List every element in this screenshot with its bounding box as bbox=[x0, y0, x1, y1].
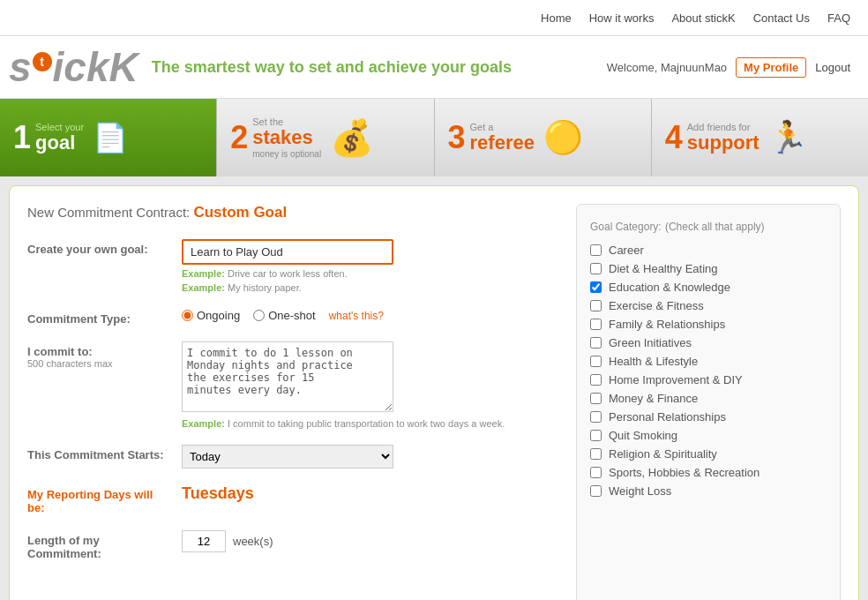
nav-about[interactable]: About stickK bbox=[671, 11, 735, 25]
category-checkbox[interactable] bbox=[590, 411, 602, 423]
length-row: Length of my Commitment: week(s) bbox=[27, 530, 558, 560]
category-item[interactable]: Quit Smoking bbox=[590, 429, 827, 442]
step-1-number: 1 bbox=[13, 122, 31, 154]
commit-textarea[interactable]: I commit to do 1 lesson on Monday nights… bbox=[182, 341, 393, 412]
logo-area: s t ickK The smartest way to set and ach… bbox=[9, 43, 512, 91]
category-item[interactable]: Health & Lifestyle bbox=[590, 355, 827, 368]
category-title: Goal Category: (Check all that apply) bbox=[590, 218, 827, 233]
logo-tick-icon: t bbox=[33, 52, 52, 71]
new-contract-label: New Commitment Contract: bbox=[27, 205, 190, 220]
steps-banner: 1 Select your goal 📄 2 Set the stakes mo… bbox=[0, 99, 868, 176]
commitment-type-row: Commitment Type: Ongoing One-shot what's… bbox=[27, 309, 558, 326]
step-1-main: goal bbox=[35, 132, 84, 154]
oneshot-radio[interactable] bbox=[253, 310, 265, 321]
example-2-text: My history paper. bbox=[228, 282, 302, 293]
step-4-icon: 🏃 bbox=[768, 119, 808, 156]
category-item[interactable]: Diet & Healthy Eating bbox=[590, 262, 827, 275]
category-item-label: Quit Smoking bbox=[609, 429, 677, 442]
goal-input[interactable] bbox=[182, 239, 393, 265]
commit-example-text: I commit to taking public transportation… bbox=[228, 418, 505, 429]
logo: s t ickK bbox=[9, 43, 138, 91]
commitment-type-label: Commitment Type: bbox=[27, 309, 168, 326]
category-subtitle: (Check all that apply) bbox=[665, 221, 765, 233]
starts-select[interactable]: Today bbox=[182, 445, 393, 469]
left-panel: New Commitment Contract: Custom Goal Cre… bbox=[27, 204, 558, 600]
category-checkbox[interactable] bbox=[590, 374, 602, 386]
category-item-label: Money & Finance bbox=[609, 392, 698, 405]
category-checkbox[interactable] bbox=[590, 263, 602, 274]
step-1-labels: Select your goal bbox=[35, 122, 84, 154]
goal-row: Create your own goal: Example: Drive car… bbox=[27, 239, 558, 293]
category-item[interactable]: Money & Finance bbox=[590, 392, 827, 405]
whats-this-link[interactable]: what's this? bbox=[329, 310, 384, 322]
nav-contact[interactable]: Contact Us bbox=[753, 11, 810, 25]
step-3-icon: 🟡 bbox=[543, 119, 583, 156]
category-checkbox[interactable] bbox=[590, 356, 602, 367]
category-item-label: Religion & Spirituality bbox=[609, 447, 717, 461]
category-panel: Goal Category: (Check all that apply) Ca… bbox=[576, 204, 841, 600]
category-item[interactable]: Career bbox=[590, 244, 827, 257]
category-checkbox[interactable] bbox=[590, 393, 602, 404]
category-checkbox[interactable] bbox=[590, 300, 602, 311]
category-checkbox[interactable] bbox=[590, 430, 602, 441]
char-limit: 500 characters max bbox=[27, 358, 168, 369]
category-item[interactable]: Sports, Hobbies & Recreation bbox=[590, 466, 827, 479]
goal-label: Create your own goal: bbox=[27, 239, 168, 256]
category-item[interactable]: Education & Knowledge bbox=[590, 281, 827, 294]
category-item[interactable]: Green Initiatives bbox=[590, 336, 827, 349]
nav-home[interactable]: Home bbox=[541, 11, 572, 25]
nav-how-it-works[interactable]: How it works bbox=[589, 11, 655, 25]
step-2-sub: money is optional bbox=[252, 149, 321, 159]
welcome-text: Welcome, MajnuunMao bbox=[607, 61, 727, 74]
nav-faq[interactable]: FAQ bbox=[827, 11, 850, 25]
category-item-label: Sports, Hobbies & Recreation bbox=[609, 466, 760, 479]
step-2-number: 2 bbox=[230, 122, 248, 154]
category-checkbox[interactable] bbox=[590, 337, 602, 349]
step-4-number: 4 bbox=[665, 122, 683, 154]
commit-example-label: Example: bbox=[182, 418, 225, 429]
category-item[interactable]: Religion & Spirituality bbox=[590, 447, 827, 461]
oneshot-option[interactable]: One-shot bbox=[253, 309, 315, 322]
category-item[interactable]: Personal Relationships bbox=[590, 410, 827, 424]
category-item-label: Exercise & Fitness bbox=[609, 299, 704, 312]
tagline: The smartest way to set and achieve your… bbox=[152, 58, 512, 77]
length-label: Length of my Commitment: bbox=[27, 530, 168, 560]
commitment-title: New Commitment Contract: Custom Goal bbox=[27, 204, 558, 221]
step-1: 1 Select your goal 📄 bbox=[0, 99, 216, 176]
my-profile-button[interactable]: My Profile bbox=[736, 57, 806, 78]
ongoing-option[interactable]: Ongoing bbox=[182, 309, 240, 322]
example-1-text: Drive car to work less often. bbox=[228, 268, 348, 279]
radio-group: Ongoing One-shot what's this? bbox=[182, 309, 558, 322]
category-item-label: Health & Lifestyle bbox=[609, 355, 698, 368]
category-checkbox[interactable] bbox=[590, 485, 602, 497]
category-item-label: Education & Knowledge bbox=[609, 281, 730, 294]
starts-label: This Commitment Starts: bbox=[27, 445, 168, 461]
logo-s: s bbox=[9, 43, 32, 91]
step-2-labels: Set the stakes money is optional bbox=[252, 116, 321, 158]
commitment-type-field: Ongoing One-shot what's this? bbox=[182, 309, 558, 322]
category-item[interactable]: Exercise & Fitness bbox=[590, 299, 827, 312]
top-navigation: Home How it works About stickK Contact U… bbox=[0, 0, 868, 36]
user-area: Welcome, MajnuunMao My Profile Logout bbox=[607, 57, 850, 78]
commit-label: I commit to: 500 characters max bbox=[27, 341, 168, 369]
example-1: Example: Drive car to work less often. bbox=[182, 268, 558, 279]
step-1-icon: 📄 bbox=[93, 121, 128, 154]
step-4: 4 Add friends for support 🏃 bbox=[651, 99, 868, 176]
category-checkbox[interactable] bbox=[590, 467, 602, 478]
category-checkbox[interactable] bbox=[590, 319, 602, 330]
category-item[interactable]: Weight Loss bbox=[590, 484, 827, 498]
step-3-number: 3 bbox=[448, 122, 466, 154]
step-3-labels: Get a referee bbox=[470, 122, 535, 154]
category-item[interactable]: Home Improvement & DIY bbox=[590, 373, 827, 386]
commit-row: I commit to: 500 characters max I commit… bbox=[27, 341, 558, 429]
category-checkbox[interactable] bbox=[590, 448, 602, 460]
category-checkbox[interactable] bbox=[590, 244, 602, 256]
category-item[interactable]: Family & Relationships bbox=[590, 318, 827, 331]
category-checkbox[interactable] bbox=[590, 281, 602, 293]
i-commit-label: I commit to: bbox=[27, 345, 168, 358]
length-input[interactable] bbox=[182, 530, 226, 552]
logo-ckk: ickK bbox=[53, 43, 138, 91]
ongoing-radio[interactable] bbox=[182, 310, 193, 321]
step-3-main: referee bbox=[470, 132, 535, 154]
logout-button[interactable]: Logout bbox=[815, 61, 850, 74]
